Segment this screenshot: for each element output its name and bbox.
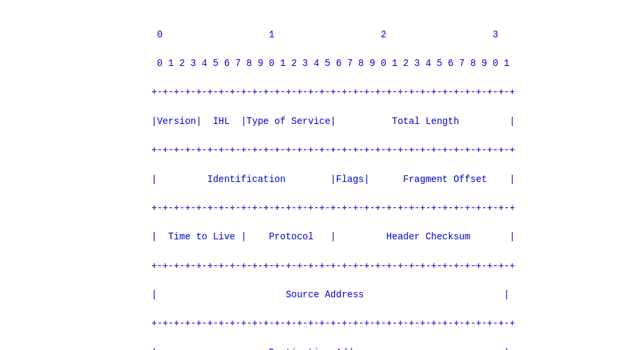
- separator-2: +-+-+-+-+-+-+-+-+-+-+-+-+-+-+-+-+-+-+-+-…: [151, 145, 515, 155]
- separator-4: +-+-+-+-+-+-+-+-+-+-+-+-+-+-+-+-+-+-+-+-…: [151, 261, 515, 271]
- bit-row-2: 0 1 2 3 4 5 6 7 8 9 0 1 2 3 4 5 6 7 8 9 …: [151, 58, 509, 69]
- row1-field: |Version| IHL |Type of Service| Total Le…: [151, 116, 515, 127]
- diagram-pre: 0 1 2 3 0 1 2 3 4 5 6 7 8 9 0 1 2 3 4 5 …: [129, 13, 515, 350]
- separator-5: +-+-+-+-+-+-+-+-+-+-+-+-+-+-+-+-+-+-+-+-…: [151, 318, 515, 329]
- diagram-container: 0 1 2 3 0 1 2 3 4 5 6 7 8 9 0 1 2 3 4 5 …: [13, 13, 631, 350]
- row5-field: | Destination Address |: [151, 347, 509, 350]
- row4-field: | Source Address |: [151, 289, 509, 300]
- separator-1: +-+-+-+-+-+-+-+-+-+-+-+-+-+-+-+-+-+-+-+-…: [151, 87, 515, 97]
- row2-field: | Identification |Flags| Fragment Offset…: [151, 174, 515, 185]
- row3-field: | Time to Live | Protocol | Header Check…: [151, 231, 515, 242]
- separator-3: +-+-+-+-+-+-+-+-+-+-+-+-+-+-+-+-+-+-+-+-…: [151, 203, 515, 213]
- bit-row-1: 0 1 2 3: [151, 29, 498, 40]
